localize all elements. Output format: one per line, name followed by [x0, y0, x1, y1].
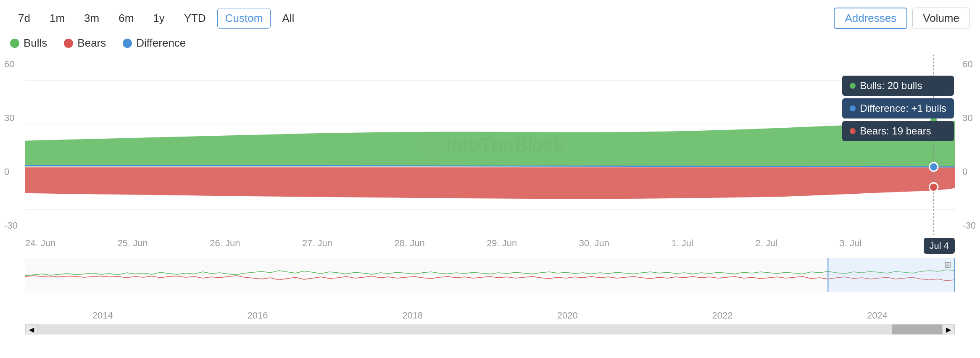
main-chart[interactable]: IntoTheBlock 60 30 0 -30 60 30 0 -30: [0, 55, 980, 235]
y-label-30-left: 30: [4, 113, 18, 124]
x-label-5: 29. Jun: [487, 238, 517, 254]
time-btn-6m[interactable]: 6m: [111, 8, 142, 29]
svg-rect-15: [828, 258, 955, 292]
time-btn-ytd[interactable]: YTD: [176, 8, 214, 29]
main-chart-svg: [25, 55, 955, 235]
bears-tooltip-dot: [850, 128, 856, 134]
difference-dot: [123, 39, 132, 48]
mini-x-3: 2020: [557, 310, 578, 321]
mini-chart-svg: [25, 258, 955, 292]
y-label-n30-right: -30: [962, 220, 976, 231]
bulls-dot: [10, 39, 19, 48]
svg-point-12: [930, 183, 938, 191]
y-label-n30-left: -30: [4, 220, 18, 231]
bears-label: Bears: [77, 37, 106, 50]
scrollbar-container: ◀ ▶: [0, 324, 980, 334]
mini-x-1: 2016: [248, 310, 268, 321]
mini-x-4: 2022: [712, 310, 732, 321]
date-badge: Jul 4: [924, 238, 955, 254]
time-btn-1y[interactable]: 1y: [145, 8, 172, 29]
bears-tooltip-text: Bears: 19 bears: [860, 125, 931, 137]
y-label-0-right: 0: [962, 166, 976, 177]
y-axis-left: 60 30 0 -30: [4, 55, 18, 235]
scroll-right-arrow[interactable]: ▶: [942, 324, 955, 334]
legend-bears[interactable]: Bears: [64, 37, 106, 50]
x-label-1: 25. Jun: [118, 238, 148, 254]
mini-scrollbar-icon: ⊞: [944, 260, 951, 270]
scroll-left-arrow[interactable]: ◀: [25, 324, 38, 334]
bears-tooltip: Bears: 19 bears: [842, 121, 954, 141]
time-btn-7d[interactable]: 7d: [10, 8, 38, 29]
tooltip-group: Bulls: 20 bulls Difference: +1 bulls Bea…: [842, 76, 954, 141]
y-label-60-right: 60: [962, 59, 976, 70]
x-label-9: 3. Jul: [839, 238, 861, 254]
x-label-3: 27. Jun: [302, 238, 332, 254]
x-axis: 24. Jun 25. Jun 26. Jun 27. Jun 28. Jun …: [0, 235, 980, 256]
bulls-tooltip-text: Bulls: 20 bulls: [860, 80, 922, 92]
diff-tooltip-text: Difference: +1 bulls: [860, 103, 946, 114]
y-label-30-right: 30: [962, 113, 976, 124]
bulls-label: Bulls: [24, 37, 47, 50]
time-btn-3m[interactable]: 3m: [76, 8, 107, 29]
x-label-8: 2. Jul: [755, 238, 777, 254]
time-btn-1m[interactable]: 1m: [42, 8, 73, 29]
y-label-60-left: 60: [4, 59, 18, 70]
view-controls: Addresses Volume: [834, 8, 970, 29]
chart-legend: Bulls Bears Difference: [0, 37, 980, 55]
time-controls: 7d 1m 3m 6m 1y YTD Custom All Addresses …: [0, 0, 980, 37]
x-label-6: 30. Jun: [579, 238, 609, 254]
mini-x-5: 2024: [867, 310, 888, 321]
bulls-tooltip-dot: [850, 83, 856, 89]
legend-difference[interactable]: Difference: [123, 37, 186, 50]
y-axis-right: 60 30 0 -30: [962, 55, 976, 235]
svg-point-11: [930, 163, 938, 171]
diff-tooltip-dot: [850, 105, 856, 111]
mini-x-2: 2018: [402, 310, 423, 321]
mini-x-axis: 2014 2016 2018 2020 2022 2024: [0, 308, 980, 323]
legend-bulls[interactable]: Bulls: [10, 37, 47, 50]
mini-x-0: 2014: [92, 310, 113, 321]
x-label-7: 1. Jul: [671, 238, 693, 254]
x-label-4: 28. Jun: [395, 238, 425, 254]
bulls-tooltip: Bulls: 20 bulls: [842, 76, 954, 96]
scrollbar-thumb[interactable]: [892, 324, 942, 334]
x-label-2: 26. Jun: [210, 238, 240, 254]
scrollbar-track[interactable]: [38, 324, 942, 334]
addresses-button[interactable]: Addresses: [834, 8, 907, 29]
difference-label: Difference: [136, 37, 186, 50]
y-label-0-left: 0: [4, 166, 18, 177]
x-label-0: 24. Jun: [25, 238, 55, 254]
time-btn-all[interactable]: All: [274, 8, 302, 29]
mini-chart[interactable]: ⊞: [0, 258, 980, 308]
time-btn-custom[interactable]: Custom: [217, 8, 271, 29]
volume-button[interactable]: Volume: [912, 8, 970, 29]
bears-dot: [64, 39, 73, 48]
difference-tooltip: Difference: +1 bulls: [842, 98, 954, 118]
